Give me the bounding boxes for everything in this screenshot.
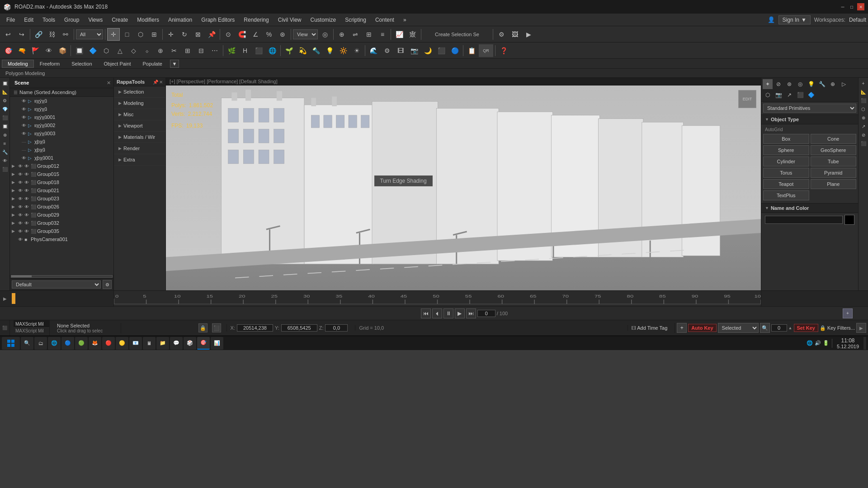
select-button[interactable]: ✛	[107, 28, 120, 41]
auto-key-button[interactable]: Auto Key	[688, 324, 716, 332]
menu-tools[interactable]: Tools	[38, 15, 60, 25]
fr-icon-4[interactable]: ⬡	[860, 105, 867, 113]
tb2-btn11[interactable]: ⬦	[141, 44, 153, 57]
tb2-qr[interactable]: QR	[479, 44, 493, 57]
battery-icon[interactable]: 🔋	[823, 340, 829, 346]
tb2-btn4[interactable]: 👁	[42, 44, 55, 57]
selection-filter-dropdown[interactable]: All	[76, 29, 103, 39]
tb2-btn35[interactable]: ❓	[497, 44, 510, 57]
place-button[interactable]: 📌	[205, 28, 218, 41]
scene-item-9[interactable]: ▶ 👁 👁 ⬛ Group015	[10, 170, 113, 178]
viewport-canvas[interactable]: Total Polys: 1.861.502 Verts: 2.212.744 …	[166, 85, 761, 290]
ribbon-expand-button[interactable]: ▼	[170, 60, 179, 68]
rappa-misc[interactable]: ▶ Misc	[114, 109, 165, 120]
left-icon-11[interactable]: ⬛	[1, 166, 9, 173]
tb2-btn19[interactable]: ⬛	[252, 44, 265, 57]
tb2-btn5[interactable]: 📦	[56, 44, 69, 57]
color-swatch[interactable]	[844, 215, 854, 225]
menu-create[interactable]: Create	[107, 15, 132, 25]
menu-graph-editors[interactable]: Graph Editors	[197, 15, 239, 25]
select-region-button[interactable]: □	[121, 28, 133, 41]
x-coord-input[interactable]	[237, 324, 273, 332]
rappa-materials[interactable]: ▶ Materials / Wir	[114, 132, 165, 143]
tb2-btn27[interactable]: 🌊	[367, 44, 380, 57]
taskbar-folder-button[interactable]: 📁	[156, 337, 169, 350]
tb2-btn16[interactable]: ⋯	[208, 44, 221, 57]
left-icon-6[interactable]: 🔲	[1, 123, 9, 130]
fr-icon-6[interactable]: ↗	[860, 123, 867, 130]
fr-icon-1[interactable]: +	[860, 80, 867, 87]
rp-icon7[interactable]: ⬛	[795, 90, 805, 100]
rp-icon3[interactable]: ▷	[839, 79, 849, 89]
left-icon-3[interactable]: ⚙	[1, 97, 9, 104]
rappa-render[interactable]: ▶ Render	[114, 143, 165, 154]
taskbar-yandex-button[interactable]: 🟡	[116, 337, 128, 350]
left-icon-10[interactable]: 👁	[1, 157, 9, 164]
scene-item-6[interactable]: — ▷ χþχũ	[10, 146, 113, 154]
select-center-button[interactable]: ⊕	[335, 28, 348, 41]
move-button[interactable]: ✛	[165, 28, 177, 41]
scene-item-8[interactable]: ▶ 👁 👁 ⬛ Group012	[10, 162, 113, 170]
rappa-extra[interactable]: ▶ Extra	[114, 154, 165, 166]
scene-item-1[interactable]: 👁 ▷ ιιχýχũ	[10, 105, 113, 113]
left-icon-4[interactable]: 💎	[1, 105, 9, 113]
schematic-view-button[interactable]: 🕸	[406, 28, 419, 41]
teapot-button[interactable]: Teapot	[763, 179, 809, 189]
rp-motion-icon[interactable]: ◎	[795, 79, 805, 89]
menu-file[interactable]: File	[2, 15, 19, 25]
tb2-btn30[interactable]: 📷	[408, 44, 420, 57]
scene-item-5[interactable]: — ▷ χþχũ	[10, 137, 113, 146]
object-type-section-header[interactable]: ▼ Object Type	[761, 114, 858, 124]
scene-item-4[interactable]: 👁 ▷ ιιχýχũ003	[10, 129, 113, 137]
add-key-button[interactable]: +	[677, 323, 687, 333]
render-frame-button[interactable]: 🖼	[509, 28, 521, 41]
next-frame-button[interactable]: ⏭	[466, 308, 476, 318]
sphere-button[interactable]: Sphere	[763, 145, 809, 155]
menu-edit[interactable]: Edit	[19, 15, 38, 25]
render-setup-button[interactable]: ⚙	[495, 28, 508, 41]
tb2-btn10[interactable]: ◇	[127, 44, 140, 57]
render-button[interactable]: ▶	[522, 28, 535, 41]
z-coord-input[interactable]	[325, 324, 348, 332]
tb2-btn9[interactable]: △	[113, 44, 126, 57]
scene-item-7[interactable]: 👁 ▷ χþχũ001	[10, 154, 113, 162]
left-icon-7[interactable]: ⊕	[1, 131, 9, 138]
cylinder-button[interactable]: Cylinder	[763, 156, 809, 166]
freeform-select-button[interactable]: ⬡	[134, 28, 147, 41]
menu-animation[interactable]: Animation	[164, 15, 197, 25]
rp-hierarchy-icon[interactable]: ⊛	[784, 79, 794, 89]
taskbar-calc-button[interactable]: 🖩	[143, 337, 156, 350]
tb2-btn3[interactable]: 🚩	[29, 44, 42, 57]
scale-button[interactable]: ⊠	[192, 28, 204, 41]
taskbar-excel-button[interactable]: 📊	[211, 337, 223, 350]
tb2-btn26[interactable]: ☀	[350, 44, 363, 57]
layer-dropdown[interactable]: Default	[12, 280, 101, 289]
unlink-button[interactable]: ⛓	[46, 28, 58, 41]
angle-snap-button[interactable]: ∠	[249, 28, 262, 41]
prev-frame-button[interactable]: ⏮	[421, 308, 431, 318]
tb2-btn21[interactable]: 🌱	[283, 44, 295, 57]
window-crossing-button[interactable]: ⊞	[148, 28, 160, 41]
pivot-button[interactable]: ⊙	[222, 28, 235, 41]
rappa-pin-button[interactable]: 📌	[153, 80, 158, 85]
scene-item-0[interactable]: 👁 ▷ ιιχýχũ	[10, 97, 113, 105]
menu-civil-view[interactable]: Civil View	[274, 15, 306, 25]
fr-icon-2[interactable]: 📐	[860, 88, 867, 95]
taskbar-ie-button[interactable]: 🌐	[48, 337, 61, 350]
taskbar-task-view-button[interactable]: 🗂	[34, 337, 47, 350]
taskbar-msg-button[interactable]: 💬	[170, 337, 183, 350]
taskbar-opera-button[interactable]: 🔴	[102, 337, 115, 350]
rp-icon8[interactable]: 🔷	[806, 90, 816, 100]
lock3-icon[interactable]: 🔒	[820, 325, 826, 331]
layer-options-button[interactable]: ⚙	[103, 280, 112, 289]
tb2-btn1[interactable]: 🎯	[2, 44, 14, 57]
rappa-modeling[interactable]: ▶ Modeling	[114, 98, 165, 109]
play-button[interactable]: ▶	[455, 308, 465, 318]
ribbon-tab-freeform[interactable]: Freeform	[34, 60, 66, 68]
tb2-btn29[interactable]: 🎞	[394, 44, 407, 57]
bind-space-warp-button[interactable]: ⚯	[59, 28, 72, 41]
select-link-button[interactable]: 🔗	[32, 28, 45, 41]
left-icon-1[interactable]: 🔲	[1, 80, 9, 87]
current-frame-input[interactable]	[477, 310, 495, 317]
left-icon-2[interactable]: 📐	[1, 88, 9, 95]
